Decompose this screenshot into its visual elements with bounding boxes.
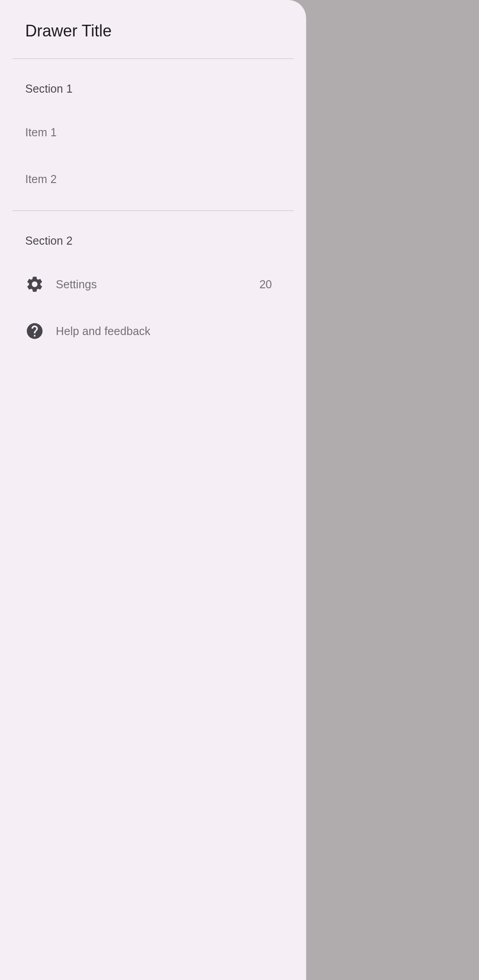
drawer-item-settings[interactable]: Settings 20 — [0, 261, 306, 308]
drawer-item-label: Settings — [56, 278, 259, 291]
drawer-item-2[interactable]: Item 2 — [0, 156, 306, 202]
drawer-item-label: Item 1 — [25, 126, 281, 139]
help-icon — [25, 322, 44, 340]
section-2-header: Section 2 — [0, 224, 306, 261]
drawer-item-1[interactable]: Item 1 — [0, 109, 306, 156]
navigation-drawer: Drawer Title Section 1 Item 1 Item 2 Sec… — [0, 0, 306, 980]
drawer-item-label: Item 2 — [25, 173, 281, 186]
gear-icon — [25, 275, 44, 294]
drawer-item-help[interactable]: Help and feedback — [0, 308, 306, 354]
drawer-item-badge: 20 — [259, 278, 281, 291]
section-1-header: Section 1 — [0, 59, 306, 109]
drawer-item-label: Help and feedback — [56, 325, 281, 338]
drawer-title: Drawer Title — [0, 0, 306, 58]
